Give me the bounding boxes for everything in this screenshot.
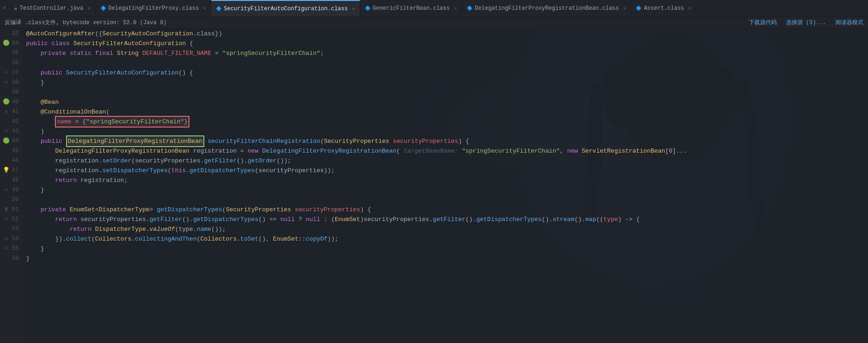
line-num-40: 🟢 40 [2, 97, 19, 107]
tab-close-genericfilterbean[interactable]: ✕ [454, 5, 457, 11]
line-num-45: 45 [2, 146, 19, 156]
line-num-49: ⊖ 49 [2, 185, 19, 195]
line-55-fold-icon[interactable]: ⊖ [3, 244, 10, 254]
line-38-fold-icon[interactable]: ⊖ [3, 78, 10, 87]
code-line-45: DelegatingFilterProxyRegistrationBean re… [26, 146, 868, 156]
line-num-34: 🟢 34 [2, 39, 19, 48]
code-line-40: @Bean [26, 97, 868, 107]
tab-bar: ≡ ☕ TestController.java ✕ 🔷 DelegatingFi… [0, 0, 868, 17]
line-num-55: ⊖ 55 [2, 244, 19, 254]
tab-delegatingfilterproxy[interactable]: 🔷 DelegatingFilterProxy.class ✕ [96, 0, 211, 17]
line-num-47: 💡 47 [2, 166, 19, 175]
highlight-green-box: DelegatingFilterProxyRegistrationBean [66, 135, 204, 147]
highlight-red-box: name = {"springSecurityFilterChain"} [55, 116, 189, 128]
code-line-56: } [26, 254, 868, 263]
line-37-fold-icon[interactable]: ⊖ [3, 68, 10, 78]
tab-close-delegatingfilterproxy[interactable]: ✕ [203, 5, 206, 11]
tab-close-testcontroller[interactable]: ✕ [87, 5, 91, 11]
select-source-link[interactable]: 选择源 (S)... [786, 19, 826, 27]
line-52-fold-icon[interactable]: ⊖ [3, 215, 10, 224]
tab-icon-assert: 🔷 [636, 6, 641, 11]
line-num-33: 33 [2, 29, 19, 39]
line-43-fold-icon[interactable]: ⊖ [3, 127, 10, 136]
tab-close-delegatingfilterproxyregistrationbean[interactable]: ✕ [623, 5, 626, 11]
code-line-55: } [26, 244, 868, 254]
line-41-fold-icon[interactable]: ⊖ [3, 107, 10, 117]
code-line-36 [26, 58, 868, 68]
tab-assert[interactable]: 🔷 Assert.class ✕ [631, 0, 696, 17]
line-num-36: 36 [2, 58, 19, 68]
code-line-33: @AutoConfigureAfter({SecurityAutoConfigu… [26, 29, 868, 39]
code-line-46: registration.setOrder(securityProperties… [26, 156, 868, 166]
code-33-annotation: @AutoConfigureAfter [26, 29, 95, 39]
decompile-notice: 反编译 .class文件, bytecode version: 52.0 (Ja… [5, 19, 167, 27]
code-line-54: }).collect(Collectors.collectingAndThen(… [26, 234, 868, 244]
line-49-fold-icon[interactable]: ⊖ [3, 185, 10, 195]
tab-label-genericfilterbean: GenericFilterBean.class [373, 5, 450, 12]
code-line-49: } [26, 185, 868, 195]
code-line-50 [26, 195, 868, 205]
line-num-41: ⊖ 41 [2, 107, 19, 117]
line-34-bean-icon: 🟢 [3, 39, 10, 48]
code-line-34: public class SecurityFilterAutoConfigura… [26, 39, 868, 48]
status-right-actions: 下载源代码 选择源 (S)... 阅读器模式 [749, 19, 863, 27]
line-num-54: ⊖ 54 [2, 234, 19, 244]
code-line-48: return registration; [26, 175, 868, 185]
tab-genericfilterbean[interactable]: 🔷 GenericFilterBean.class ✕ [360, 0, 462, 17]
tab-close-securityfilterautoconfiguration[interactable]: ✕ [352, 6, 355, 12]
line-num-50: 50 [2, 195, 19, 205]
code-line-37: public SecurityFilterAutoConfiguration()… [26, 68, 868, 78]
line-num-52: ⊖ 52 [2, 215, 19, 224]
line-num-53: 53 [2, 224, 19, 234]
tab-securityfilterautoconfiguration[interactable]: 🔷 SecurityFilterAutoConfiguration.class … [211, 0, 360, 17]
tab-delegatingfilterproxyregistrationbean[interactable]: 🔷 DelegatingFilterProxyRegistrationBean.… [462, 0, 631, 17]
code-content: @AutoConfigureAfter({SecurityAutoConfigu… [22, 29, 868, 343]
line-num-44: 🟢 44 [2, 136, 19, 146]
tab-label-delegatingfilterproxyregistrationbean: DelegatingFilterProxyRegistrationBean.cl… [475, 5, 619, 12]
line-num-56: 56 [2, 254, 19, 263]
download-source-link[interactable]: 下载源代码 [749, 19, 777, 27]
tab-icon-genericfilterbean: 🔷 [365, 6, 370, 11]
reader-mode-link[interactable]: 阅读器模式 [835, 19, 863, 27]
line-num-38: ⊖ 38 [2, 78, 19, 87]
tab-icon-delegatingfilterproxy: 🔷 [101, 6, 106, 11]
code-line-47: registration.setDispatcherTypes(this.get… [26, 166, 868, 175]
tab-icon-delegatingfilterproxyregistrationbean: 🔷 [467, 6, 472, 11]
tab-testcontroller[interactable]: ☕ TestController.java ✕ [9, 0, 96, 17]
tab-icon-testcontroller: ☕ [14, 5, 17, 12]
code-line-38: } [26, 78, 868, 87]
line-40-bean-icon: 🟢 [3, 97, 10, 107]
code-area: 33 🟢 34 35 36 ⊖ 37 ⊖ 38 39 [0, 29, 868, 343]
line-num-42: 42 [2, 117, 19, 127]
code-line-43: ) [26, 127, 868, 136]
line-num-46: 46 [2, 156, 19, 166]
tab-close-assert[interactable]: ✕ [688, 5, 692, 11]
line-47-bulb-icon[interactable]: 💡 [3, 166, 10, 175]
line-num-51: @ 51 [2, 205, 19, 215]
code-line-52: return securityProperties.getFilter().ge… [26, 215, 868, 224]
line-44-run-icon: 🟢 [3, 136, 10, 146]
code-line-39 [26, 87, 868, 97]
tab-label-assert: Assert.class [644, 5, 684, 12]
code-line-41: @ConditionalOnBean( [26, 107, 868, 117]
tab-left-decoration: ≡ [0, 0, 9, 17]
code-line-42: name = {"springSecurityFilterChain"} [26, 117, 868, 127]
tab-icon-securityfilterautoconfiguration: 🔷 [216, 6, 222, 12]
tab-label-testcontroller: TestController.java [20, 5, 83, 12]
line-num-35: 35 [2, 48, 19, 58]
line-54-fold-icon[interactable]: ⊖ [3, 234, 10, 244]
tab-label-delegatingfilterproxy: DelegatingFilterProxy.class [108, 5, 199, 12]
code-line-51: private EnumSet<DispatcherType> getDispa… [26, 205, 868, 215]
line-num-39: 39 [2, 87, 19, 97]
line-num-48: 48 [2, 175, 19, 185]
status-bar: 反编译 .class文件, bytecode version: 52.0 (Ja… [0, 17, 868, 29]
code-line-44: public DelegatingFilterProxyRegistration… [26, 136, 868, 146]
line-num-43: ⊖ 43 [2, 127, 19, 136]
line-51-impl-icon: @ [3, 205, 10, 215]
code-line-35: private static final String DEFAULT_FILT… [26, 48, 868, 58]
line-numbers: 33 🟢 34 35 36 ⊖ 37 ⊖ 38 39 [0, 29, 22, 343]
line-num-37: ⊖ 37 [2, 68, 19, 78]
tab-label-securityfilterautoconfiguration: SecurityFilterAutoConfiguration.class [224, 6, 348, 12]
code-line-53: return DispatcherType.valueOf(type.name(… [26, 224, 868, 234]
